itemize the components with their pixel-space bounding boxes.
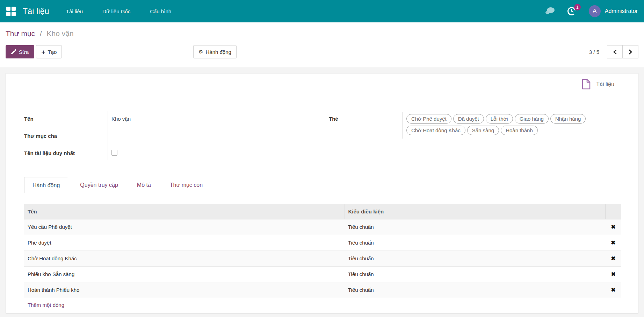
column-header-delete (605, 204, 621, 219)
pager-count: 3 / 5 (589, 49, 599, 55)
control-panel: Thư mục / Kho vận Sửa + Tạo ⚙ Hành động … (0, 22, 644, 67)
table-row[interactable]: Phiếu kho Sẵn sàngTiêu chuẩn✖ (24, 266, 621, 282)
row-condition-cell[interactable]: Tiêu chuẩn (345, 235, 605, 251)
column-header-name[interactable]: Tên (24, 204, 345, 219)
parent-folder-field-label: Thư mục cha (24, 133, 57, 139)
row-condition-cell[interactable]: Tiêu chuẩn (345, 266, 605, 282)
table-row[interactable]: Yêu cầu Phê duyệtTiêu chuẩn✖ (24, 219, 621, 235)
avatar: A (589, 5, 601, 17)
tag-pill[interactable]: Nhận hàng (550, 114, 586, 124)
actions-table: Tên Kiểu điều kiện Yêu cầu Phê duyệtTiêu… (24, 204, 621, 312)
user-name: Administrator (605, 8, 638, 14)
action-button-label: Hành động (205, 49, 231, 55)
name-field-value[interactable]: Kho vận (111, 116, 131, 122)
tag-pill[interactable]: Hoàn thành (501, 126, 538, 135)
tags-field-label: Thẻ (329, 116, 338, 122)
row-name-cell[interactable]: Phiếu kho Sẵn sàng (24, 266, 345, 282)
main-menu: Tài liệuDữ liệu GốcCấu hình (66, 8, 171, 14)
delete-row-icon[interactable]: ✖ (611, 255, 615, 261)
unique-name-field-label: Tên tài liệu duy nhất (24, 150, 75, 156)
activity-count-badge: 1 (574, 4, 581, 10)
table-row[interactable]: Hoàn thành Phiếu khoTiêu chuẩn✖ (24, 282, 621, 298)
row-condition-cell[interactable]: Tiêu chuẩn (345, 282, 605, 298)
form-view-area: Tài liệu Tên Thư mục cha Tên tài liệu du… (0, 67, 644, 314)
chevron-right-icon (628, 49, 632, 55)
chevron-left-icon (613, 49, 617, 55)
action-button[interactable]: ⚙ Hành động (193, 45, 237, 58)
row-delete-cell: ✖ (605, 235, 621, 251)
documents-stat-label: Tài liệu (596, 81, 614, 87)
pencil-icon (11, 49, 16, 54)
top-navbar: Tài liệu Tài liệuDữ liệu GốcCấu hình 1 A… (0, 0, 644, 22)
messages-icon[interactable] (545, 7, 555, 15)
form-sheet: Tài liệu Tên Thư mục cha Tên tài liệu du… (6, 73, 638, 314)
breadcrumb: Thư mục / Kho vận (6, 29, 638, 38)
tags-list: Chờ Phê duyệtĐã duyệtLỗi thờiGiao hàngNh… (406, 114, 617, 135)
row-delete-cell: ✖ (605, 251, 621, 266)
breadcrumb-current: Kho vận (47, 29, 74, 37)
delete-row-icon[interactable]: ✖ (611, 287, 615, 293)
row-condition-cell[interactable]: Tiêu chuẩn (345, 219, 605, 235)
plus-icon: + (41, 49, 45, 55)
row-name-cell[interactable]: Phê duyệt (24, 235, 345, 251)
create-button[interactable]: + Tạo (36, 45, 62, 58)
document-icon (582, 79, 591, 90)
add-line-link[interactable]: Thêm một dòng (24, 298, 621, 312)
table-row[interactable]: Phê duyệtTiêu chuẩn✖ (24, 235, 621, 251)
name-field-label: Tên (24, 116, 34, 122)
documents-stat-button[interactable]: Tài liệu (558, 73, 638, 95)
breadcrumb-parent[interactable]: Thư mục (6, 29, 35, 37)
tag-pill[interactable]: Chờ Hoạt động Khác (406, 126, 465, 135)
menu-item[interactable]: Cấu hình (150, 8, 171, 14)
tag-pill[interactable]: Lỗi thời (486, 114, 513, 124)
navbar-right: 1 A Administrator (533, 5, 638, 17)
chat-bubbles-icon (545, 7, 555, 15)
row-name-cell[interactable]: Yêu cầu Phê duyệt (24, 219, 345, 235)
tag-pill[interactable]: Giao hàng (515, 114, 549, 124)
tag-pill[interactable]: Chờ Phê duyệt (406, 114, 451, 124)
create-button-label: Tạo (48, 49, 57, 55)
column-header-condition[interactable]: Kiểu điều kiện (345, 204, 605, 219)
field-separator-line (108, 111, 108, 160)
pager: 3 / 5 (589, 45, 638, 58)
row-delete-cell: ✖ (605, 282, 621, 298)
app-brand-title[interactable]: Tài liệu (23, 7, 49, 16)
edit-button[interactable]: Sửa (6, 45, 34, 58)
row-condition-cell[interactable]: Tiêu chuẩn (345, 251, 605, 266)
row-delete-cell: ✖ (605, 266, 621, 282)
breadcrumb-separator: / (40, 29, 42, 37)
toolbar: Sửa + Tạo ⚙ Hành động 3 / 5 (6, 45, 638, 58)
delete-row-icon[interactable]: ✖ (611, 240, 615, 246)
gear-icon: ⚙ (198, 49, 203, 55)
tab[interactable]: Hành động (24, 177, 68, 193)
menu-item[interactable]: Dữ liệu Gốc (102, 8, 130, 14)
table-row[interactable]: Chờ Hoạt động KhácTiêu chuẩn✖ (24, 251, 621, 266)
delete-row-icon[interactable]: ✖ (611, 224, 615, 230)
activities-icon[interactable]: 1 (567, 7, 576, 16)
user-menu[interactable]: A Administrator (589, 5, 638, 17)
menu-item[interactable]: Tài liệu (66, 8, 83, 14)
pager-previous-button[interactable] (607, 45, 623, 58)
tag-pill[interactable]: Sẵn sàng (467, 126, 499, 135)
tab[interactable]: Mô tả (130, 177, 158, 193)
tab-bar: Hành độngQuyền truy cậpMô tảThư mục con (24, 177, 621, 193)
notebook: Hành độngQuyền truy cậpMô tảThư mục con (24, 177, 621, 193)
row-delete-cell: ✖ (605, 219, 621, 235)
pager-next-button[interactable] (623, 45, 638, 58)
tag-pill[interactable]: Đã duyệt (453, 114, 484, 124)
tab[interactable]: Thư mục con (163, 177, 210, 193)
actions-table-wrap: Tên Kiểu điều kiện Yêu cầu Phê duyệtTiêu… (24, 204, 621, 312)
field-separator-line (402, 112, 403, 139)
row-name-cell[interactable]: Hoàn thành Phiếu kho (24, 282, 345, 298)
tab[interactable]: Quyền truy cập (73, 177, 125, 193)
row-name-cell[interactable]: Chờ Hoạt động Khác (24, 251, 345, 266)
apps-menu-icon[interactable] (6, 7, 16, 16)
delete-row-icon[interactable]: ✖ (611, 271, 615, 277)
edit-button-label: Sửa (19, 49, 29, 55)
unique-name-checkbox[interactable] (111, 150, 117, 156)
